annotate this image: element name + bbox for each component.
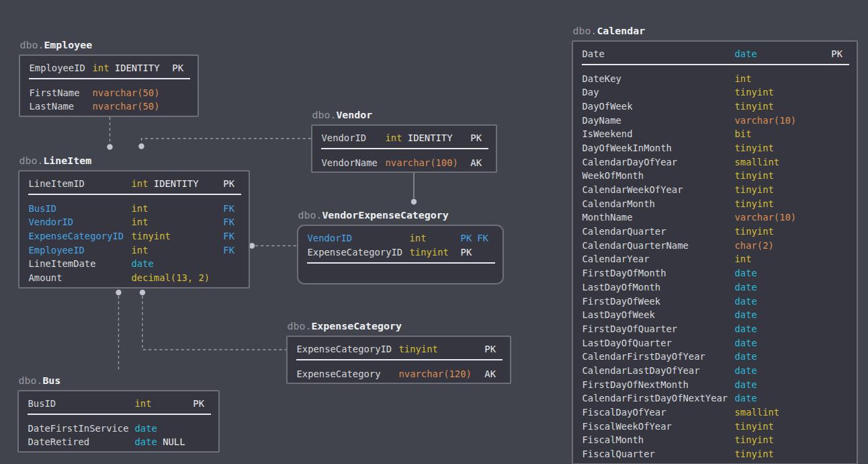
column-type-name: int [735,254,752,264]
column-type-name: char(2) [735,240,774,251]
column-type-name: tinyint [410,247,449,258]
column-type: tinyint [735,226,832,237]
key-badge: FK [223,245,234,256]
column-type-name: date [735,296,757,307]
column-type: varchar(10) [735,115,832,126]
key-badges: PK [831,48,842,59]
column-name: Date [582,48,735,59]
column-name: LastDayOfWeek [582,309,735,320]
key-badge: PK [193,398,204,409]
column-type: varchar(10) [735,212,832,223]
column-type-name: date [135,436,157,447]
table-box[interactable]: VendorIDintPKFKExpenseCategoryIDtinyintP… [297,225,504,284]
column-name: CalendarMonth [582,198,735,209]
column-type: bit [735,128,832,139]
column-name: EmployeeID [30,63,93,73]
column-type: date [735,379,832,390]
primary-key-section: VendorIDintPKFKExpenseCategoryIDtinyintP… [298,226,503,262]
table-box[interactable]: DatedatePKDateKeyintDaytinyintDayOfWeekt… [572,40,858,464]
key-badge: FK [223,231,234,241]
column-type-name: tinyint [735,87,774,98]
table-box[interactable]: VendorIDint IDENTITYPKVendorNamenvarchar… [311,124,497,173]
relationship-endpoint-dot [138,143,144,149]
table-title: dbo.Vendor [312,108,373,122]
column-name: CalendarYear [582,254,735,264]
column-row: ExpenseCategoryIDtinyintFK [19,229,249,243]
column-row: LineItemIDint IDENTITYPK [19,177,249,191]
column-type: int [132,203,224,214]
column-name: IsWeekend [582,128,735,139]
key-badges: FK [223,203,234,214]
column-name: DateFirstInService [28,423,135,434]
column-row: BusIDintPK [19,397,218,411]
column-row: FirstDayOfNextMonthdate [573,377,857,391]
column-name: CalendarQuarterName [582,240,735,251]
column-name: DayOfWeek [582,101,735,112]
column-type: date [735,296,832,307]
column-row: VendorIDintPKFK [298,231,503,245]
table-box[interactable]: BusIDintPKDateFirstInServicedateDateReti… [17,390,220,453]
column-type-name: int [132,217,148,227]
column-type: nvarchar(50) [93,87,173,98]
column-name: LastDayOfQuarter [582,338,735,348]
column-type-name: tinyint [735,198,774,209]
column-row: CalendarFirstDayOfNextYeardate [573,391,857,405]
table-name: LineItem [43,155,91,167]
table-name: Vendor [336,109,372,121]
column-name: FirstDayOfWeek [582,296,735,307]
table-box[interactable]: ExpenseCategoryIDtinyintPKExpenseCategor… [286,336,511,384]
key-badges: PK [461,247,488,258]
column-type-name: decimal(13, 2) [132,272,210,283]
table-box[interactable]: EmployeeIDint IDENTITYPKFirstNamenvarcha… [19,54,199,117]
column-name: VendorID [308,233,410,243]
column-name: CalendarLastDayOfYear [582,365,735,376]
column-type-name: nvarchar(120) [399,369,472,379]
key-badges: FK [223,217,234,227]
column-type-name: nvarchar(100) [386,157,458,168]
column-type-name: date [735,48,757,59]
column-modifier: NULL [163,436,185,447]
column-name: VendorName [322,157,386,168]
column-type-name: varchar(10) [735,212,797,223]
column-row: FiscalWeekOfYeartinyint [573,419,857,433]
column-type: nvarchar(100) [386,157,471,168]
column-type: date [735,393,832,403]
column-row: BusIDintFK [19,201,249,215]
column-type-name: smallint [735,157,780,167]
table-title: dbo.VendorExpenseCategory [298,208,449,223]
column-type-name: tinyint [735,101,774,112]
primary-key-section: EmployeeIDint IDENTITYPK [20,56,198,78]
table-box[interactable]: LineItemIDint IDENTITYPKBusIDintFKVendor… [18,170,250,288]
key-badges: PKFK [461,233,488,243]
column-name: FiscalMonth [582,434,735,445]
table-schema-prefix: dbo. [298,209,322,221]
column-row: DateKeyint [573,71,857,85]
table-schema-prefix: dbo. [19,155,44,167]
table-title: dbo.ExpenseCategory [288,319,402,334]
column-row: CalendarYearint [573,252,857,266]
column-row: DateFirstInServicedate [19,421,218,435]
column-name: LineItemID [29,178,132,189]
column-type: decimal(13, 2) [132,272,224,283]
column-type-name: date [735,268,757,278]
column-row: FirstDayOfQuarterdate [573,322,857,336]
column-name: LastName [30,101,93,112]
column-name: FiscalDayOfYear [582,407,735,418]
column-type: date [735,48,832,59]
column-name: ExpenseCategoryID [297,344,399,354]
column-type: date [735,351,832,362]
column-row: Daytinyint [573,85,857,100]
column-name: CalendarQuarter [582,226,735,237]
column-type: date [735,282,832,293]
column-row: DayOfWeekInMonthtinyint [573,141,857,155]
column-name: DateKey [582,73,735,84]
column-type: nvarchar(120) [399,369,485,379]
key-badge: AK [470,157,482,168]
column-name: BusID [29,203,132,214]
column-name: WeekOfMonth [582,170,735,181]
primary-key-section: BusIDintPK [19,391,218,414]
column-type: tinyint [399,344,485,354]
column-type: date [735,365,832,376]
diagram-canvas[interactable]: dbo.EmployeeEmployeeIDint IDENTITYPKFirs… [0,0,868,464]
relationship-endpoint-dot [249,243,255,248]
